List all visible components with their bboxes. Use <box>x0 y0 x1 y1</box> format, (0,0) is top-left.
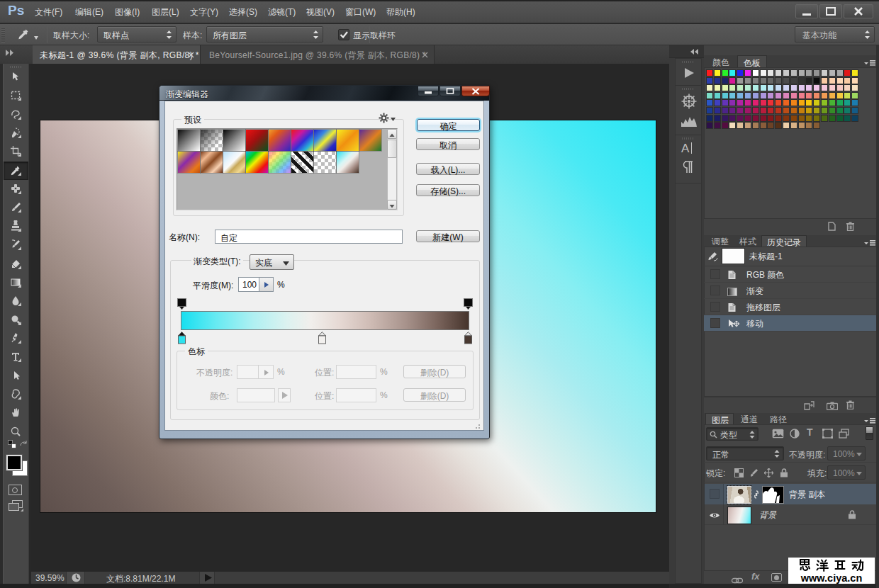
svg-text:www.ciya.cn: www.ciya.cn <box>800 572 863 584</box>
